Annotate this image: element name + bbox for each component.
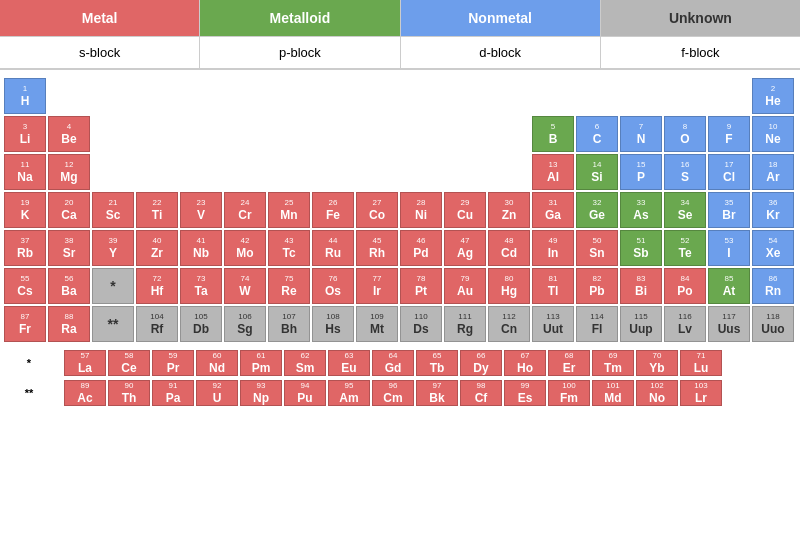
- element-Th[interactable]: 90Th: [108, 380, 150, 406]
- element-Ru[interactable]: 44Ru: [312, 230, 354, 266]
- element-Uuo[interactable]: 118Uuo: [752, 306, 794, 342]
- element-Tc[interactable]: 43Tc: [268, 230, 310, 266]
- element-La[interactable]: 57La: [64, 350, 106, 376]
- element-Fl[interactable]: 114Fl: [576, 306, 618, 342]
- element-Lr[interactable]: 103Lr: [680, 380, 722, 406]
- element-O[interactable]: 8O: [664, 116, 706, 152]
- element-Bk[interactable]: 97Bk: [416, 380, 458, 406]
- element-He[interactable]: 2He: [752, 78, 794, 114]
- element-Uus[interactable]: 117Uus: [708, 306, 750, 342]
- element-Hf[interactable]: 72Hf: [136, 268, 178, 304]
- element-Sb[interactable]: 51Sb: [620, 230, 662, 266]
- element-F[interactable]: 9F: [708, 116, 750, 152]
- element-K[interactable]: 19K: [4, 192, 46, 228]
- element-I[interactable]: 53I: [708, 230, 750, 266]
- element-Np[interactable]: 93Np: [240, 380, 282, 406]
- element-Os[interactable]: 76Os: [312, 268, 354, 304]
- element-Pm[interactable]: 61Pm: [240, 350, 282, 376]
- element-At[interactable]: 85At: [708, 268, 750, 304]
- element-Xe[interactable]: 54Xe: [752, 230, 794, 266]
- element-U[interactable]: 92U: [196, 380, 238, 406]
- element-Au[interactable]: 79Au: [444, 268, 486, 304]
- element-Cn[interactable]: 112Cn: [488, 306, 530, 342]
- element-Lu[interactable]: 71Lu: [680, 350, 722, 376]
- element-Pt[interactable]: 78Pt: [400, 268, 442, 304]
- element-Tb[interactable]: 65Tb: [416, 350, 458, 376]
- element-Si[interactable]: 14Si: [576, 154, 618, 190]
- element-Y[interactable]: 39Y: [92, 230, 134, 266]
- element-Md[interactable]: 101Md: [592, 380, 634, 406]
- element-Er[interactable]: 68Er: [548, 350, 590, 376]
- element-Cr[interactable]: 24Cr: [224, 192, 266, 228]
- element-Hs[interactable]: 108Hs: [312, 306, 354, 342]
- element-Ra[interactable]: 88Ra: [48, 306, 90, 342]
- element-Cu[interactable]: 29Cu: [444, 192, 486, 228]
- element-Sr[interactable]: 38Sr: [48, 230, 90, 266]
- element-Gd[interactable]: 64Gd: [372, 350, 414, 376]
- element-B[interactable]: 5B: [532, 116, 574, 152]
- element-Ni[interactable]: 28Ni: [400, 192, 442, 228]
- element-Na[interactable]: 11Na: [4, 154, 46, 190]
- element-Re[interactable]: 75Re: [268, 268, 310, 304]
- element-No[interactable]: 102No: [636, 380, 678, 406]
- element-Tm[interactable]: 69Tm: [592, 350, 634, 376]
- element-Fr[interactable]: 87Fr: [4, 306, 46, 342]
- element-Cs[interactable]: 55Cs: [4, 268, 46, 304]
- element-Yb[interactable]: 70Yb: [636, 350, 678, 376]
- element-Ga[interactable]: 31Ga: [532, 192, 574, 228]
- element-Es[interactable]: 99Es: [504, 380, 546, 406]
- element-Pu[interactable]: 94Pu: [284, 380, 326, 406]
- element-Al[interactable]: 13Al: [532, 154, 574, 190]
- element-Ba[interactable]: 56Ba: [48, 268, 90, 304]
- element-Pd[interactable]: 46Pd: [400, 230, 442, 266]
- element-Nd[interactable]: 60Nd: [196, 350, 238, 376]
- element-Bh[interactable]: 107Bh: [268, 306, 310, 342]
- element-Te[interactable]: 52Te: [664, 230, 706, 266]
- element-Be[interactable]: 4Be: [48, 116, 90, 152]
- element-Zr[interactable]: 40Zr: [136, 230, 178, 266]
- element-Ta[interactable]: 73Ta: [180, 268, 222, 304]
- element-Eu[interactable]: 63Eu: [328, 350, 370, 376]
- element-Br[interactable]: 35Br: [708, 192, 750, 228]
- element-Cm[interactable]: 96Cm: [372, 380, 414, 406]
- element-Ce[interactable]: 58Ce: [108, 350, 150, 376]
- element-Uut[interactable]: 113Uut: [532, 306, 574, 342]
- element-Rh[interactable]: 45Rh: [356, 230, 398, 266]
- element-Ca[interactable]: 20Ca: [48, 192, 90, 228]
- element-Mn[interactable]: 25Mn: [268, 192, 310, 228]
- element-Ne[interactable]: 10Ne: [752, 116, 794, 152]
- element-Uup[interactable]: 115Uup: [620, 306, 662, 342]
- element-P[interactable]: 15P: [620, 154, 662, 190]
- element-Ar[interactable]: 18Ar: [752, 154, 794, 190]
- element-Mt[interactable]: 109Mt: [356, 306, 398, 342]
- element-C[interactable]: 6C: [576, 116, 618, 152]
- element-Dy[interactable]: 66Dy: [460, 350, 502, 376]
- element-As[interactable]: 33As: [620, 192, 662, 228]
- element-Sn[interactable]: 50Sn: [576, 230, 618, 266]
- element-Ti[interactable]: 22Ti: [136, 192, 178, 228]
- element-Hg[interactable]: 80Hg: [488, 268, 530, 304]
- element-N[interactable]: 7N: [620, 116, 662, 152]
- element-Kr[interactable]: 36Kr: [752, 192, 794, 228]
- element-Ir[interactable]: 77Ir: [356, 268, 398, 304]
- element-Ge[interactable]: 32Ge: [576, 192, 618, 228]
- element-Pb[interactable]: 82Pb: [576, 268, 618, 304]
- element-Bi[interactable]: 83Bi: [620, 268, 662, 304]
- element-Pr[interactable]: 59Pr: [152, 350, 194, 376]
- element-Mo[interactable]: 42Mo: [224, 230, 266, 266]
- element-Se[interactable]: 34Se: [664, 192, 706, 228]
- element-Am[interactable]: 95Am: [328, 380, 370, 406]
- element-Co[interactable]: 27Co: [356, 192, 398, 228]
- element-Ho[interactable]: 67Ho: [504, 350, 546, 376]
- element-Pa[interactable]: 91Pa: [152, 380, 194, 406]
- element-Li[interactable]: 3Li: [4, 116, 46, 152]
- element-Sc[interactable]: 21Sc: [92, 192, 134, 228]
- element-Lv[interactable]: 116Lv: [664, 306, 706, 342]
- element-Nb[interactable]: 41Nb: [180, 230, 222, 266]
- element-Po[interactable]: 84Po: [664, 268, 706, 304]
- element-Zn[interactable]: 30Zn: [488, 192, 530, 228]
- element-Ac[interactable]: 89Ac: [64, 380, 106, 406]
- element-Ag[interactable]: 47Ag: [444, 230, 486, 266]
- element-Ds[interactable]: 110Ds: [400, 306, 442, 342]
- element-Tl[interactable]: 81Tl: [532, 268, 574, 304]
